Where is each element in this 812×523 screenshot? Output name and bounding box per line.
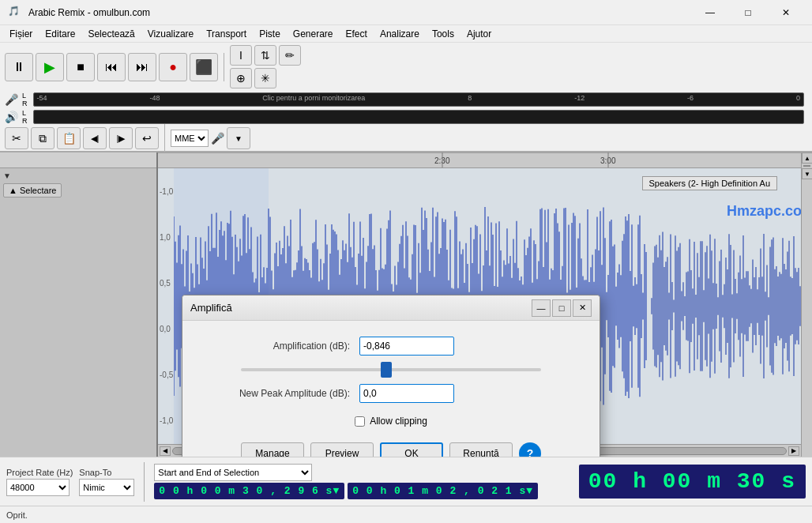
toolbar-divider-2	[164, 124, 165, 152]
lr-label-speaker: LR	[22, 109, 28, 125]
window-controls: — □ ✕	[692, 0, 804, 25]
menu-efect[interactable]: Efect	[340, 27, 374, 41]
speaker-meter-bar	[33, 110, 805, 124]
allow-clipping-checkbox[interactable]	[355, 416, 365, 427]
app-window: 🎵 Arabic Remix - omulbun.com — □ ✕ Fișie…	[0, 0, 812, 523]
allow-clipping-label: Allow clipping	[370, 416, 427, 427]
cursor-tool[interactable]: I	[230, 45, 252, 66]
skip-fwd-button[interactable]: ⏭	[128, 53, 156, 81]
audio-host-select[interactable]: MME	[171, 130, 209, 147]
modal-overlay: Amplifică — □ ✕ Amplification (dB):	[0, 152, 812, 457]
project-rate-select[interactable]: 48000	[6, 479, 70, 496]
bottom-controls: Project Rate (Hz) 48000 Snap-To Nimic St…	[0, 457, 812, 506]
status-bar: Oprit.	[0, 506, 812, 523]
dialog-buttons: Manage Preview OK Renunță ?	[201, 442, 581, 457]
peak-label: New Peak Amplitude (dB):	[201, 388, 359, 399]
cancel-button[interactable]: Renunță	[449, 442, 513, 457]
bottom-separator	[144, 462, 145, 502]
edit-toolbar: ✂ ⧉ 📋 ◀| |▶ ↩ MME 🎤 ▼	[0, 126, 812, 151]
pause-button[interactable]: ⏸	[5, 53, 33, 81]
preview-button[interactable]: Preview	[310, 442, 374, 457]
tools-row-2: ⊕ ✳	[230, 68, 301, 88]
record-button[interactable]: ●	[159, 53, 187, 81]
app-icon: 🎵	[8, 6, 22, 20]
manage-button[interactable]: Manage	[241, 442, 304, 457]
device-down-button[interactable]: ▼	[227, 127, 250, 149]
snap-to-section: Snap-To Nimic	[79, 468, 134, 496]
cut-button[interactable]: ✂	[5, 127, 28, 149]
dialog-titlebar: Amplifică — □ ✕	[182, 295, 600, 321]
title-bar: 🎵 Arabic Remix - omulbun.com — □ ✕	[0, 0, 812, 25]
meter-label-0: 0	[796, 94, 800, 102]
dialog-minimize-button[interactable]: —	[532, 299, 551, 317]
help-button[interactable]: ?	[519, 442, 541, 457]
tools-row-1: I ⇅ ✏	[230, 45, 301, 66]
stop-button[interactable]: ■	[66, 53, 95, 81]
selection-section: Start and End of Selection 0 0 h 0 0 m 3…	[154, 464, 538, 499]
window-title: Arabic Remix - omulbun.com	[28, 7, 692, 18]
meter-label-click[interactable]: Clic pentru a porni monitorizarea	[262, 94, 365, 102]
copy-button[interactable]: ⧉	[31, 127, 55, 149]
close-button[interactable]: ✕	[768, 0, 804, 25]
lr-label-mic: LR	[22, 92, 28, 107]
menu-bar: Fișier Editare Selectează Vizualizare Tr…	[0, 25, 812, 43]
peak-input[interactable]	[359, 384, 454, 403]
multi-tool[interactable]: ✳	[254, 68, 276, 88]
speaker-meter-row: 🔊 LR	[0, 108, 812, 126]
selection-type-select[interactable]: Start and End of Selection	[154, 464, 312, 481]
end-time-display: 0 0 h 0 1 m 0 2 , 0 2 1 s▼	[348, 483, 538, 499]
toolbars-section: ⏸ ▶ ■ ⏮ ⏭ ● ⬛ I ⇅ ✏ ⊕ ✳ 🎤	[0, 43, 812, 152]
menu-fisier[interactable]: Fișier	[3, 27, 39, 41]
snap-to-select[interactable]: Nimic	[79, 479, 134, 496]
dialog-close-button[interactable]: ✕	[573, 299, 592, 317]
trim-left-button[interactable]: ◀|	[83, 127, 107, 149]
speaker-icon: 🔊	[5, 111, 18, 123]
slider-row	[201, 368, 581, 371]
menu-transport[interactable]: Transport	[200, 27, 253, 41]
meter-label-8: 8	[468, 94, 472, 102]
amplify-dialog: Amplifică — □ ✕ Amplification (dB):	[182, 295, 600, 457]
mic-meter-bar: -54 -48 Clic pentru a porni monitorizare…	[33, 92, 805, 107]
toolbar-divider-1	[224, 53, 224, 81]
status-text: Oprit.	[6, 510, 28, 520]
amplification-slider[interactable]	[241, 368, 541, 371]
select-tool[interactable]: ⇅	[254, 45, 276, 66]
clipping-row: Allow clipping	[201, 416, 581, 427]
main-time-display: 00 h 00 m 30 s	[579, 465, 806, 499]
main-toolbar: ⏸ ▶ ■ ⏮ ⏭ ● ⬛ I ⇅ ✏ ⊕ ✳	[0, 43, 812, 91]
menu-vizualizare[interactable]: Vizualizare	[141, 27, 200, 41]
meter-label-12: -12	[574, 94, 585, 102]
skip-back-button[interactable]: ⏮	[97, 53, 126, 81]
menu-analizare[interactable]: Analizare	[374, 27, 426, 41]
draw-tool[interactable]: ✏	[279, 45, 301, 66]
menu-editare[interactable]: Editare	[39, 27, 81, 41]
amplification-row: Amplification (dB):	[201, 337, 581, 356]
dialog-maximize-button[interactable]: □	[552, 299, 571, 317]
play-button[interactable]: ▶	[36, 53, 64, 81]
menu-ajutor[interactable]: Ajutor	[461, 27, 498, 41]
snap-to-label: Snap-To	[79, 468, 134, 477]
project-rate-section: Project Rate (Hz) 48000	[6, 468, 73, 496]
minimize-button[interactable]: —	[692, 0, 728, 25]
menu-selecteaza[interactable]: Selectează	[81, 27, 141, 41]
project-rate-label: Project Rate (Hz)	[6, 468, 73, 477]
mic-select-icon: 🎤	[211, 132, 224, 145]
maximize-button[interactable]: □	[730, 0, 766, 25]
mic-meter-row: 🎤 LR -54 -48 Clic pentru a porni monitor…	[0, 91, 812, 108]
amplification-input[interactable]	[359, 337, 454, 356]
peak-row: New Peak Amplitude (dB):	[201, 384, 581, 403]
zoom-tool[interactable]: ⊕	[230, 68, 252, 88]
trim-right-button[interactable]: |▶	[109, 127, 133, 149]
menu-piste[interactable]: Piste	[253, 27, 287, 41]
ok-button[interactable]: OK	[380, 442, 443, 457]
loop-button[interactable]: ⬛	[190, 53, 218, 81]
menu-tools[interactable]: Tools	[426, 27, 461, 41]
menu-generare[interactable]: Generare	[287, 27, 340, 41]
paste-button[interactable]: 📋	[57, 127, 81, 149]
meter-label-54: -54	[37, 94, 47, 102]
dialog-body: Amplification (dB): New Peak Amplitude (…	[182, 321, 600, 457]
meter-label-6: -6	[687, 94, 694, 102]
mic-icon: 🎤	[5, 93, 18, 106]
waveform-container: ▼ ▲ Selectare 2:30 3:00	[0, 152, 812, 457]
undo-button[interactable]: ↩	[135, 127, 159, 149]
